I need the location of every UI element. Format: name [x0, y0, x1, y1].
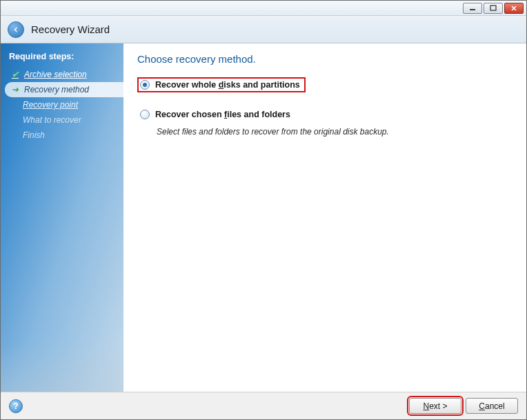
sidebar-item-archive-selection[interactable]: ✔ Archive selection — [1, 67, 123, 82]
close-button[interactable] — [504, 3, 524, 14]
recovery-wizard-window: Recovery Wizard Required steps: ✔ Archiv… — [0, 0, 527, 420]
cancel-button[interactable]: Cancel — [466, 398, 518, 414]
wizard-body: Required steps: ✔ Archive selection ➔ Re… — [1, 43, 526, 392]
sidebar-heading: Required steps: — [1, 49, 123, 67]
sidebar-item-recovery-point[interactable]: Recovery point — [1, 97, 123, 112]
arrow-right-icon: ➔ — [10, 85, 20, 94]
next-button[interactable]: Next > — [409, 398, 461, 414]
check-icon: ✔ — [10, 70, 20, 79]
back-button[interactable] — [8, 21, 24, 38]
wizard-content: Choose recovery method. Recover whole di… — [123, 43, 526, 392]
svg-rect-0 — [470, 9, 475, 10]
svg-rect-1 — [490, 6, 496, 10]
radio-description: Select files and folders to recover from… — [157, 127, 513, 137]
help-icon: ? — [13, 401, 18, 411]
radio-recover-files[interactable]: Recover chosen files and folders — [137, 108, 513, 121]
wizard-footer: ? Next > Cancel — [1, 392, 526, 419]
sidebar-item-recovery-method[interactable]: ➔ Recovery method — [5, 82, 123, 97]
titlebar — [1, 1, 526, 16]
sidebar-item-label: Finish — [23, 130, 45, 140]
radio-icon — [140, 110, 150, 119]
option-recover-files: Recover chosen files and folders Select … — [137, 108, 513, 137]
sidebar-item-what-to-recover: What to recover — [1, 112, 123, 128]
maximize-button[interactable] — [484, 3, 503, 14]
wizard-title: Recovery Wizard — [31, 23, 110, 35]
wizard-header: Recovery Wizard — [1, 16, 526, 43]
sidebar-bottom-gradient — [1, 343, 123, 392]
sidebar-item-label: Archive selection — [24, 70, 87, 79]
content-title: Choose recovery method. — [137, 53, 513, 65]
radio-icon — [140, 80, 150, 90]
radio-recover-disks[interactable]: Recover whole disks and partitions — [137, 77, 306, 92]
help-button[interactable]: ? — [9, 399, 23, 413]
sidebar-item-label: What to recover — [23, 115, 81, 125]
minimize-button[interactable] — [463, 3, 482, 14]
radio-label: Recover chosen files and folders — [155, 110, 290, 119]
sidebar-item-finish: Finish — [1, 128, 123, 143]
option-recover-disks: Recover whole disks and partitions — [137, 77, 513, 98]
sidebar-item-label: Recovery point — [23, 100, 78, 110]
steps-sidebar: Required steps: ✔ Archive selection ➔ Re… — [1, 43, 123, 392]
radio-label: Recover whole disks and partitions — [155, 80, 300, 90]
sidebar-item-label: Recovery method — [24, 85, 89, 94]
